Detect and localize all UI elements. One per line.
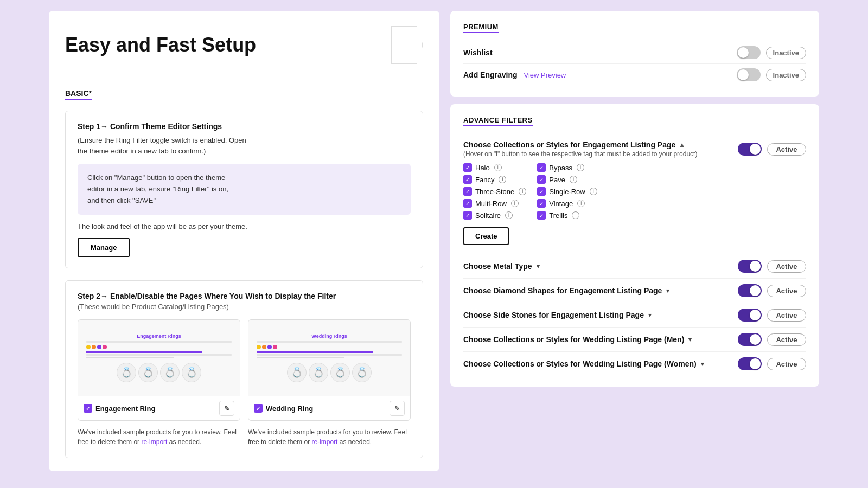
metal-type-toggle[interactable]	[738, 260, 762, 273]
wedding-ring-label: Wedding Ring	[266, 404, 313, 413]
engraving-toggle-knob	[738, 69, 749, 80]
metal-type-toggle-knob	[750, 261, 761, 272]
side-stones-filter-name: Choose Side Stones for Engagement Listin…	[463, 311, 652, 319]
metal-type-controls: Active	[738, 260, 806, 273]
vintage-info-icon[interactable]: i	[577, 200, 585, 207]
engagement-collections-filter-name-container: Choose Collections or Styles for Engagem…	[463, 140, 697, 158]
engraving-toggle[interactable]	[737, 68, 761, 81]
wedding-ring-card: Wedding Rings	[248, 319, 411, 421]
pave-checkbox-icon: ✓	[537, 175, 546, 184]
left-panel: Easy and Fast Setup BASIC* Step 1→ Confi…	[49, 11, 439, 471]
pave-info-icon[interactable]: i	[570, 176, 577, 183]
collections-checkboxes: ✓ Halo i ✓ Bypass i ✓ Fancy i ✓ Pave	[463, 163, 601, 220]
engagement-ring-edit-button[interactable]: ✎	[219, 401, 234, 416]
trellis-info-icon[interactable]: i	[572, 211, 579, 219]
solitaire-info-icon[interactable]: i	[505, 211, 513, 219]
halo-label: Halo	[475, 164, 490, 172]
engraving-controls: Inactive	[737, 68, 806, 81]
engraving-view-preview-link[interactable]: View Preview	[524, 71, 566, 79]
vintage-label: Vintage	[549, 200, 573, 208]
basic-section-label: BASIC*	[65, 89, 92, 100]
wedding-ring-image: Wedding Rings	[248, 320, 410, 396]
step1-description: (Ensure the Ring Filter toggle switch is…	[78, 135, 411, 156]
premium-section-label: PREMIUM	[463, 23, 499, 33]
side-stones-controls: Active	[738, 309, 806, 322]
engagement-collections-filter-header: Choose Collections or Styles for Engagem…	[463, 140, 806, 158]
wedding-men-status-badge: Active	[767, 333, 806, 346]
right-panel: PREMIUM Wishlist Inactive Add Engraving …	[450, 11, 819, 387]
engagement-mock-header: Engagement Rings	[86, 333, 232, 339]
wedding-women-status-badge: Active	[767, 358, 806, 370]
three-stone-label: Three-Stone	[475, 188, 514, 196]
wedding-mock-lines	[257, 341, 402, 359]
page-title: Easy and Fast Setup	[65, 34, 391, 56]
engagement-ring-checkbox[interactable]: ✓	[84, 404, 92, 413]
wishlist-controls: Inactive	[737, 46, 806, 59]
halo-info-icon[interactable]: i	[494, 164, 502, 171]
checkbox-vintage[interactable]: ✓ Vintage i	[537, 199, 600, 208]
premium-card: PREMIUM Wishlist Inactive Add Engraving …	[450, 11, 819, 97]
create-button[interactable]: Create	[463, 227, 509, 245]
checkbox-bypass[interactable]: ✓ Bypass i	[537, 163, 600, 172]
checkbox-halo[interactable]: ✓ Halo i	[463, 163, 526, 172]
three-stone-checkbox-icon: ✓	[463, 187, 472, 196]
checkbox-solitaire[interactable]: ✓ Solitaire i	[463, 211, 526, 220]
engagement-ring-checkbox-label[interactable]: ✓ Engagement Ring	[84, 404, 156, 413]
left-content: BASIC* Step 1→ Confirm Theme Editor Sett…	[49, 75, 439, 471]
checkbox-three-stone[interactable]: ✓ Three-Stone i	[463, 187, 526, 196]
checkbox-trellis[interactable]: ✓ Trellis i	[537, 211, 600, 220]
engagement-reimport-link[interactable]: re-import	[141, 438, 167, 446]
multi-row-checkbox-icon: ✓	[463, 199, 472, 208]
wedding-reimport-link[interactable]: re-import	[311, 438, 337, 446]
step2-subtitle: (These would be Product Catalog/Listing …	[78, 303, 411, 311]
multi-row-label: Multi-Row	[475, 200, 507, 208]
fancy-info-icon[interactable]: i	[499, 176, 506, 183]
wedding-ring-checkbox-label[interactable]: ✓ Wedding Ring	[254, 404, 313, 413]
checkbox-fancy[interactable]: ✓ Fancy i	[463, 175, 526, 184]
checkbox-pave[interactable]: ✓ Pave i	[537, 175, 600, 184]
engagement-ring-footer: ✓ Engagement Ring ✎	[78, 396, 240, 420]
engagement-collections-toggle[interactable]	[738, 143, 762, 156]
engagement-collections-filter-subtitle: (Hover on "i" button to see the respecti…	[463, 150, 697, 158]
wedding-men-toggle[interactable]	[738, 333, 762, 346]
bypass-info-icon[interactable]: i	[577, 164, 584, 171]
engagement-collections-filter-name: Choose Collections or Styles for Engagem…	[463, 140, 697, 149]
wedding-ring-edit-button[interactable]: ✎	[390, 401, 405, 416]
step1-block: Step 1→ Confirm Theme Editor Settings (E…	[65, 111, 423, 268]
wedding-ring-thumbs: 💍 💍 💍 💍	[287, 363, 372, 382]
wedding-women-toggle[interactable]	[738, 357, 762, 370]
ring-thumb-1: 💍	[117, 363, 136, 382]
wedding-ring-checkbox[interactable]: ✓	[254, 404, 263, 413]
wishlist-status-badge: Inactive	[766, 47, 806, 59]
wedding-men-filter-name: Choose Collections or Styles for Wedding…	[463, 335, 692, 344]
engagement-mock-lines	[86, 341, 232, 359]
engagement-ring-image: Engagement Rings	[78, 320, 240, 396]
side-stones-toggle[interactable]	[738, 309, 762, 322]
fancy-label: Fancy	[475, 176, 494, 184]
wedding-men-toggle-knob	[750, 334, 761, 345]
trellis-checkbox-icon: ✓	[537, 211, 546, 220]
checkbox-single-row[interactable]: ✓ Single-Row i	[537, 187, 600, 196]
wedding-ring-thumb-1: 💍	[287, 363, 307, 382]
metal-type-status-badge: Active	[767, 260, 806, 273]
step2-title: Step 2→ Enable/Disable the Pages Where Y…	[78, 292, 411, 300]
diamond-shapes-toggle[interactable]	[738, 284, 762, 297]
solitaire-checkbox-icon: ✓	[463, 211, 472, 220]
engagement-collections-filter: Choose Collections or Styles for Engagem…	[463, 135, 806, 254]
three-stone-info-icon[interactable]: i	[519, 188, 526, 195]
single-row-checkbox-icon: ✓	[537, 187, 546, 196]
engraving-row: Add Engraving View Preview Inactive	[463, 64, 806, 86]
wedding-women-controls: Active	[738, 357, 806, 370]
engagement-ring-label: Engagement Ring	[95, 404, 156, 413]
manage-button[interactable]: Manage	[78, 238, 130, 257]
step1-info-text: Click on "Manage" button to open the the…	[87, 172, 401, 206]
wishlist-toggle[interactable]	[737, 46, 761, 59]
ring-thumb-2: 💍	[138, 363, 158, 382]
single-row-info-icon[interactable]: i	[590, 188, 597, 195]
wedding-men-controls: Active	[738, 333, 806, 346]
header-arrow-shape	[391, 26, 423, 64]
multi-row-info-icon[interactable]: i	[511, 200, 519, 207]
wishlist-toggle-knob	[738, 47, 749, 58]
checkbox-multi-row[interactable]: ✓ Multi-Row i	[463, 199, 526, 208]
metal-type-filter-name: Choose Metal Type ▾	[463, 262, 540, 271]
